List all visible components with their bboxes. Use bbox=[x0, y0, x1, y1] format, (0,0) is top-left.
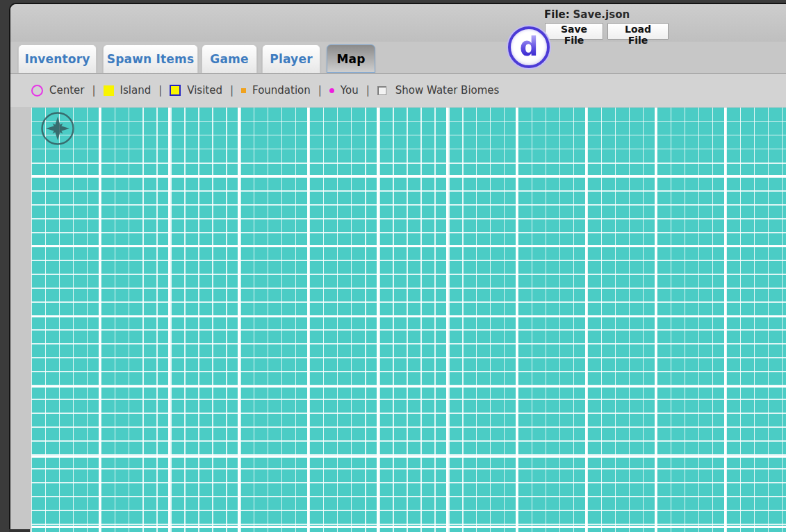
legend-label-center: Center bbox=[49, 84, 85, 97]
legend-separator: | bbox=[230, 84, 234, 97]
legend-label-foundation: Foundation bbox=[252, 84, 311, 97]
foundation-legend-icon bbox=[241, 88, 246, 93]
visited-legend-icon bbox=[170, 85, 181, 96]
load-file-button[interactable]: Load File bbox=[607, 23, 669, 40]
compass-rose-icon bbox=[33, 103, 83, 153]
tab-inventory[interactable]: Inventory bbox=[18, 44, 97, 73]
file-name: Save.json bbox=[573, 8, 630, 21]
save-file-button[interactable]: Save File bbox=[545, 23, 603, 40]
tab-map[interactable]: Map bbox=[327, 44, 375, 73]
show-water-biomes-label: Show Water Biomes bbox=[395, 84, 500, 97]
tab-strip: Inventory Spawn Items Game Player Map bbox=[10, 44, 786, 73]
show-water-biomes-checkbox[interactable] bbox=[377, 86, 386, 95]
legend-callout-lines bbox=[31, 107, 786, 532]
legend-separator: | bbox=[92, 84, 96, 97]
file-title-label: File: bbox=[544, 8, 570, 21]
legend-separator: | bbox=[158, 84, 162, 97]
legend-separator: | bbox=[318, 84, 322, 97]
center-legend-icon bbox=[31, 85, 43, 97]
tab-spawn-items[interactable]: Spawn Items bbox=[103, 44, 198, 73]
file-title: File: Save.json bbox=[544, 8, 630, 21]
app-logo: d bbox=[508, 26, 550, 68]
legend-label-visited: Visited bbox=[187, 84, 222, 97]
legend-bar: Center | Island | Visited | Foundation |… bbox=[10, 74, 786, 107]
island-legend-icon bbox=[104, 85, 114, 96]
logo-letter: d bbox=[520, 34, 539, 60]
tab-player[interactable]: Player bbox=[262, 44, 320, 73]
legend-separator: | bbox=[366, 84, 370, 97]
tab-game[interactable]: Game bbox=[202, 44, 257, 73]
window-bottom-edge bbox=[9, 529, 30, 532]
legend-label-island: Island bbox=[120, 84, 152, 97]
header: File: Save.json Save File Load File bbox=[10, 4, 786, 42]
app-window: File: Save.json Save File Load File d In… bbox=[9, 3, 786, 532]
legend-label-you: You bbox=[341, 84, 359, 97]
map-canvas[interactable] bbox=[31, 107, 786, 532]
you-legend-icon bbox=[329, 88, 334, 93]
legend-items: Center | Island | Visited | Foundation |… bbox=[31, 74, 499, 107]
